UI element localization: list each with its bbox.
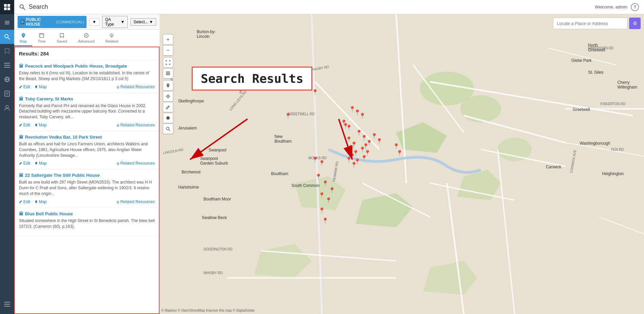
map-area[interactable]: + −: [160, 14, 644, 314]
svg-line-8: [8, 38, 9, 39]
resources-btn-1[interactable]: ψ Related Resources: [117, 84, 155, 89]
result-item-3: 🏛 Revolution Vodka Bar, 10 Park Street B…: [15, 131, 159, 169]
search-results-annotation: Search Results: [192, 67, 312, 91]
edit-btn-4[interactable]: Edit: [19, 199, 30, 204]
sidebar-item-menu[interactable]: [0, 297, 14, 311]
zoom-out-button[interactable]: −: [163, 45, 173, 55]
svg-rect-1: [7, 4, 10, 7]
map-btn-1[interactable]: Map: [34, 84, 47, 89]
building-icon-3: 🏛: [19, 135, 23, 140]
result-item-4: 🏛 22 Saltergate The Still Public House B…: [15, 169, 159, 208]
svg-rect-4: [5, 21, 9, 22]
filter-tag-close[interactable]: ✕: [20, 20, 25, 24]
map-layers-button[interactable]: [163, 68, 173, 78]
location-button[interactable]: [163, 91, 173, 101]
sidebar-item-globe[interactable]: [0, 72, 14, 87]
pin-button[interactable]: [163, 80, 173, 91]
svg-rect-21: [4, 304, 10, 305]
map-btn-3[interactable]: Map: [34, 161, 47, 166]
svg-line-24: [23, 8, 25, 9]
building-icon-5: 🏛: [19, 211, 23, 216]
locate-bar: ⚙: [553, 18, 641, 29]
saved-tab-label: Saved: [56, 39, 67, 43]
resources-btn-3[interactable]: ψ Related Resources: [117, 161, 155, 166]
map-btn-4[interactable]: Map: [34, 199, 47, 204]
result-item-5: 🏛 Blue Bell Public House Situated somewh…: [15, 208, 159, 236]
svg-point-30: [86, 35, 87, 36]
svg-line-69: [169, 129, 170, 131]
svg-rect-61: [166, 74, 170, 75]
result-desc-2: Formerly Rat and Parrot PH and renamed a…: [19, 103, 155, 120]
svg-rect-22: [4, 306, 10, 307]
tab-related[interactable]: ψ Related: [100, 30, 124, 46]
qa-type-filter[interactable]: QA Type ▼: [102, 16, 128, 28]
svg-rect-5: [5, 22, 9, 23]
sidebar-item-search[interactable]: [0, 30, 14, 44]
tab-advanced[interactable]: Advanced: [73, 31, 100, 46]
tab-time[interactable]: Time: [32, 31, 51, 46]
result-actions-2: Edit Map ψ Related Resources: [19, 123, 155, 127]
advanced-tab-icon: [84, 33, 89, 38]
time-tab-icon: [39, 33, 44, 38]
tab-saved[interactable]: Saved: [51, 31, 72, 46]
filter-dropdown-arrow[interactable]: ▼: [89, 18, 99, 26]
tab-map[interactable]: Map: [14, 31, 32, 46]
circle-button[interactable]: [163, 113, 173, 123]
svg-point-19: [6, 105, 8, 108]
map-tab-icon: [21, 33, 26, 38]
result-actions-1: Edit Map ψ Related Resources: [19, 84, 155, 89]
time-tab-label: Time: [38, 39, 46, 43]
edit-btn-1[interactable]: Edit: [19, 84, 30, 89]
resources-btn-2[interactable]: ψ Related Resources: [117, 123, 155, 127]
svg-rect-31: [160, 14, 644, 314]
result-title-3[interactable]: 🏛 Revolution Vodka Bar, 10 Park Street: [19, 135, 155, 140]
related-tab-label: Related: [105, 39, 118, 43]
edit-btn-3[interactable]: Edit: [19, 161, 30, 166]
resources-btn-4[interactable]: ψ Related Resources: [117, 199, 155, 204]
result-title-2[interactable]: 🏛 Toby Carvery, St Marks: [19, 96, 155, 101]
draw-button[interactable]: [163, 102, 173, 112]
building-icon-4: 🏛: [19, 173, 23, 178]
svg-rect-9: [4, 63, 10, 64]
svg-point-62: [167, 95, 169, 97]
result-title-1[interactable]: 🏛 Peacock and Woolpack Public House, Bro…: [19, 64, 155, 69]
result-desc-5: Situated somewhere in the High Street in…: [19, 218, 155, 230]
result-title-5[interactable]: 🏛 Blue Bell Public House: [19, 211, 155, 216]
sidebar-item-layers[interactable]: [0, 16, 14, 30]
building-icon-2: 🏛: [19, 96, 23, 101]
page-title: Search: [29, 3, 591, 10]
svg-rect-25: [40, 33, 44, 38]
search-results-label: Search Results: [192, 67, 312, 91]
svg-rect-60: [166, 72, 170, 72]
result-desc-3: Built as offices and hall for Lincs Farm…: [19, 141, 155, 158]
svg-rect-0: [4, 4, 7, 7]
fullscreen-button[interactable]: [163, 57, 173, 68]
result-title-4[interactable]: 🏛 22 Saltergate The Still Public House: [19, 173, 155, 178]
edit-btn-2[interactable]: Edit: [19, 123, 30, 127]
map-btn-2[interactable]: Map: [34, 123, 47, 127]
sidebar-item-user[interactable]: [0, 101, 14, 115]
svg-point-29: [84, 33, 88, 38]
select-filter[interactable]: Select... ▼: [130, 18, 156, 26]
sidebar-item-list[interactable]: [0, 58, 14, 72]
result-actions-4: Edit Map ψ Related Resources: [19, 199, 155, 204]
zoom-in-button[interactable]: +: [163, 34, 173, 45]
advanced-tab-label: Advanced: [78, 39, 95, 43]
result-desc-4: Built as one build with 297 High Street …: [19, 179, 155, 196]
locate-input[interactable]: [553, 18, 627, 29]
sidebar-item-bookmarks[interactable]: [0, 44, 14, 58]
sidebar-logo[interactable]: [0, 0, 14, 14]
locate-button[interactable]: ⚙: [629, 18, 641, 29]
sidebar-item-records[interactable]: [0, 87, 14, 101]
filter-tag-public-house[interactable]: ✕ PUBLIC HOUSE (COMMERCIAL): [18, 16, 87, 28]
results-panel[interactable]: Results: 284 🏛 Peacock and Woolpack Publ…: [14, 47, 160, 314]
result-actions-3: Edit Map ψ Related Resources: [19, 161, 155, 166]
filter-bar: ✕ PUBLIC HOUSE (COMMERCIAL) ▼ QA Type ▼ …: [14, 14, 160, 30]
help-button[interactable]: ?: [631, 3, 639, 11]
svg-rect-20: [4, 302, 10, 303]
zoom-reset-button[interactable]: [163, 124, 173, 134]
map-background: [160, 14, 644, 314]
left-panel: ✕ PUBLIC HOUSE (COMMERCIAL) ▼ QA Type ▼ …: [14, 14, 160, 314]
welcome-text: Welcome, admin: [595, 4, 627, 9]
svg-rect-3: [7, 7, 10, 10]
